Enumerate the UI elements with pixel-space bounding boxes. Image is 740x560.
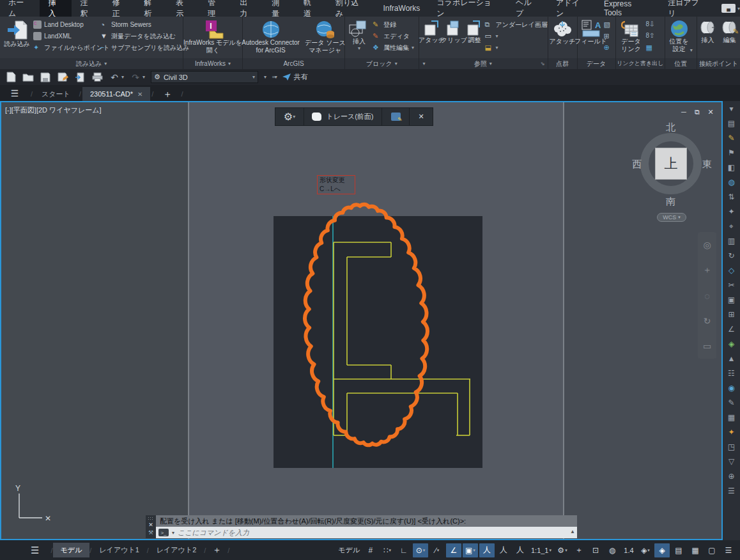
layout-menu-icon[interactable]: ☰ <box>31 545 39 556</box>
minimize-icon[interactable]: ─ <box>680 108 688 116</box>
side-tool-icon-4[interactable]: ⚑ <box>728 149 735 157</box>
snap-to-underlay-button[interactable]: ⬓▾ <box>485 43 546 52</box>
side-tool-icon-20[interactable]: ◉ <box>728 384 734 393</box>
annotation-visibility-toggle[interactable]: 人 <box>479 543 495 557</box>
underlay-layers-button[interactable]: ⧉アンダーレイ画層 <box>485 20 546 29</box>
trace-close-button[interactable]: ✕ <box>410 108 433 125</box>
side-tool-icon-3[interactable]: ✎ <box>728 134 734 143</box>
import-survey-button[interactable]: ▼測量データを読み込む <box>100 31 181 41</box>
fullscreen-toggle[interactable]: ▢ <box>704 543 720 557</box>
side-tool-icon-8[interactable]: ✦ <box>728 208 734 216</box>
pointcloud-attach-button[interactable]: アタッチ <box>550 18 576 58</box>
trace-edit-button[interactable] <box>382 108 409 125</box>
attach-button[interactable]: アタッチ <box>421 18 443 58</box>
arcgis-connector-button[interactable]: Autodesk Connectorfor ArcGIS <box>242 18 300 58</box>
layout-tab-レイアウト1[interactable]: レイアウト1 <box>91 543 146 557</box>
trace-settings-button[interactable]: ⚙▾ <box>275 108 304 125</box>
side-tool-icon-6[interactable]: ◍ <box>728 178 734 187</box>
side-tool-icon-16[interactable]: ∠ <box>728 325 735 334</box>
side-tool-icon-15[interactable]: ⊞ <box>728 311 734 319</box>
side-tool-icon-25[interactable]: ▽ <box>728 458 734 466</box>
data-link-button[interactable]: データリンク <box>618 18 645 58</box>
command-palette-grip[interactable]: ✕ ⚒ <box>146 515 156 538</box>
modelspace-toggle[interactable]: モデル <box>336 543 362 557</box>
layout-tab-レイアウト2[interactable]: レイアウト2 <box>149 543 204 557</box>
dialog-launcher-icon[interactable]: ⇘ <box>541 61 548 66</box>
scroll-up-icon[interactable]: ▲ <box>570 529 575 534</box>
side-tool-icon-14[interactable]: ▣ <box>728 296 735 304</box>
menu-tab-割り込み[interactable]: 割り込み <box>327 0 374 17</box>
storm-sewers-button[interactable]: ◔Storm Sewers <box>100 20 181 29</box>
panel-reference-footer[interactable]: ▾参照▾⇘ <box>419 58 548 69</box>
adjust-button[interactable]: 調整 <box>466 18 484 58</box>
layout-tab-モデル[interactable]: モデル <box>53 543 90 557</box>
plot-button[interactable] <box>91 72 103 83</box>
menu-tab-ヘルプ[interactable]: ヘルプ <box>507 0 548 17</box>
save-button[interactable] <box>40 72 51 83</box>
side-tool-icon-21[interactable]: ✎ <box>728 399 734 407</box>
workspace-gear[interactable]: ⚙▾ <box>555 543 570 557</box>
save-as-button[interactable] <box>57 72 68 83</box>
snap-toggle[interactable]: ∷▾ <box>380 543 395 557</box>
qat-dropdown[interactable]: ▾ <box>264 74 266 80</box>
drawing-area[interactable]: [-][平面図][2D ワイヤフレーム] ⚙▾ トレース(前面) ✕ ─ ⧉ ✕… <box>0 101 723 540</box>
workspace-select[interactable]: ⚙ Civil 3D ▾ <box>151 71 258 83</box>
steering-wheel-icon[interactable]: ◎ <box>703 240 711 250</box>
frame-setting-button[interactable]: ▭▾ <box>485 31 546 41</box>
undo-dropdown[interactable]: ▾ <box>121 74 124 80</box>
menu-tab-挿入[interactable]: 挿入 <box>40 0 72 17</box>
command-line-palette[interactable]: ✕ ⚒ 配置を受け入れ または [移動(M)/位置合わせ(A)/回転(R)/尺度… <box>146 515 577 538</box>
viewport-controls-label[interactable]: [-][平面図][2D ワイヤフレーム] <box>5 105 102 115</box>
side-tool-icon-17[interactable]: ◈ <box>728 340 734 348</box>
menu-tab-出力[interactable]: 出力 <box>231 0 263 17</box>
menu-tab-アドイン[interactable]: アドイン <box>548 0 596 17</box>
polar-toggle[interactable]: ⊙▾ <box>413 543 428 557</box>
block-define-button[interactable]: ✎登録 <box>373 20 416 29</box>
menu-tab-注釈[interactable]: 注釈 <box>72 0 104 17</box>
undo-button[interactable]: ↶ <box>109 72 120 83</box>
new-layout-button[interactable]: ＋ <box>206 545 227 556</box>
tag-toggle[interactable]: ◈ <box>654 543 670 557</box>
side-tool-icon-24[interactable]: ◳ <box>728 443 735 451</box>
image-frame[interactable]: ▦ <box>688 543 703 557</box>
side-tool-icon-10[interactable]: ▥ <box>728 237 735 245</box>
land-desktop-button[interactable]: cLand Desktop <box>33 20 99 29</box>
side-tool-icon-13[interactable]: ✂ <box>728 281 734 290</box>
menu-tab-注目アプリ[interactable]: 注目アプリ <box>659 0 715 17</box>
insert-block-button[interactable]: 挿入 ▾ <box>347 18 371 58</box>
update-field-button[interactable]: ▧ <box>604 20 613 29</box>
side-tool-icon-22[interactable]: ▦ <box>728 414 735 422</box>
customize-menu[interactable]: ☰ <box>721 543 736 557</box>
close-tab-icon[interactable]: ✕ <box>137 91 143 98</box>
import-subassembly-button[interactable]: ⌐サブアセンブリを読み込み <box>100 43 181 52</box>
tab-start[interactable]: スタート <box>34 87 78 101</box>
panel-import-footer[interactable]: 読み込み▾ <box>0 58 183 69</box>
crosshair-plus[interactable]: ＋ <box>571 543 587 557</box>
download-link-button[interactable]: 8⇧ <box>646 31 659 41</box>
zoom-icon[interactable]: ◌ <box>704 291 709 301</box>
new-file-button[interactable] <box>5 72 17 83</box>
annotation-person-toggle[interactable]: 人 <box>513 543 528 557</box>
data-source-manager-button[interactable]: データ ソースマネージャ <box>305 18 346 58</box>
side-tool-icon-26[interactable]: ⊕ <box>728 472 734 481</box>
etransmit-button[interactable] <box>74 72 86 83</box>
pan-icon[interactable]: ＋ <box>703 265 712 276</box>
annotation-autoscale-toggle[interactable]: 人 <box>496 543 511 557</box>
connection-edit-button[interactable]: ✎ 編集 <box>721 18 739 58</box>
compass-south[interactable]: 南 <box>666 196 675 208</box>
tab-document[interactable]: 230511-CAD*✕ <box>82 87 150 101</box>
set-location-button[interactable]: 位置を設定 <box>669 18 688 58</box>
grid-toggle[interactable]: # <box>363 543 378 557</box>
points-from-file-button[interactable]: ✦ファイルからポイント <box>33 43 99 52</box>
close-icon[interactable]: ✕ <box>148 522 153 528</box>
side-tool-icon-5[interactable]: ◧ <box>728 164 735 172</box>
compass-east[interactable]: 東 <box>702 159 712 171</box>
import-button[interactable]: 読み込み <box>2 18 32 58</box>
viewcube-top-face[interactable]: 上 <box>655 148 687 180</box>
menu-tab-表示[interactable]: 表示 <box>167 0 199 17</box>
command-input[interactable]: >_ ▾ ここにコマンドを入力 ▲ <box>156 527 577 538</box>
wrench-icon[interactable]: ⚒ <box>148 530 153 536</box>
drag-handle-icon[interactable] <box>148 517 154 520</box>
compass-west[interactable]: 西 <box>632 159 642 171</box>
ribbon-minimize-icon[interactable]: ▄ <box>721 4 736 13</box>
